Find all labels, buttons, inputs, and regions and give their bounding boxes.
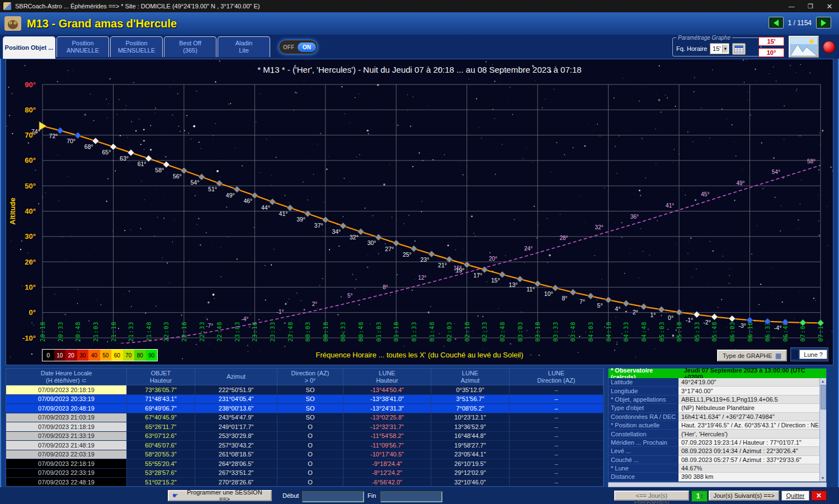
svg-text:61°: 61° (138, 161, 147, 167)
tab-position-annuelle[interactable]: PositionANNUELLE (56, 36, 109, 57)
next-days-button[interactable]: Jour(s) Suivant(s) ==> (709, 491, 779, 501)
fin-input[interactable] (380, 491, 442, 502)
graph-on-off-toggle[interactable]: OFF ON (279, 40, 318, 54)
quit-close-icon[interactable]: ✕ (811, 491, 827, 501)
svg-text:03:03: 03:03 (517, 321, 524, 342)
column-header[interactable]: LUNEHauteur (343, 369, 431, 385)
table-row[interactable]: 07/09/2023 22:03:1958°20'55.3"261°08'18.… (6, 450, 604, 460)
record-alert-icon[interactable] (823, 41, 835, 53)
scroll-up-icon[interactable]: ▲ (820, 378, 826, 384)
svg-text:03:48: 03:48 (569, 321, 576, 342)
svg-text:72°: 72° (49, 133, 58, 139)
svg-text:04:03: 04:03 (587, 321, 594, 342)
svg-text:2°: 2° (633, 309, 638, 315)
svg-text:34°: 34° (332, 228, 341, 235)
maximize-button[interactable]: ❐ (801, 0, 820, 12)
fq-horaire-select[interactable]: 15'▾ (710, 43, 729, 54)
table-row[interactable]: 07/09/2023 20:18:1973°36'05.7"222°50'51.… (6, 385, 604, 395)
column-header[interactable]: Azimut (195, 369, 277, 385)
program-session-button[interactable]: ☛ Programmer une SESSION ==> (168, 490, 272, 501)
lune-control: Lune ? (790, 347, 828, 361)
svg-text:50°: 50° (25, 182, 36, 190)
svg-text:22:33: 22:33 (199, 321, 205, 342)
svg-text:5°: 5° (597, 302, 603, 309)
svg-text:20°: 20° (489, 256, 497, 262)
lune-button[interactable]: Lune ? (799, 350, 827, 359)
observatory-body: Latitude49°24'19.00"Longitude3°17'40.00"… (609, 378, 826, 482)
svg-text:56°: 56° (173, 173, 182, 180)
prev-object-button[interactable] (769, 17, 784, 29)
table-row[interactable]: 07/09/2023 22:48:1951°02'15.2"270°28'26.… (6, 478, 604, 487)
svg-text:-1°: -1° (277, 309, 284, 315)
previous-days-button[interactable]: <== Jour(s) Précédent(s) (614, 491, 689, 501)
svg-text:04:33: 04:33 (623, 321, 629, 342)
interval-10deg-button[interactable]: 10° (758, 48, 784, 57)
svg-text:03:33: 03:33 (552, 321, 559, 342)
column-header[interactable]: LUNEDirection (AZ) (510, 369, 604, 385)
observatory-row: Constellation('Her', 'Hercules') (609, 430, 826, 438)
minimize-button[interactable]: — (782, 0, 801, 12)
table-row[interactable]: 07/09/2023 21:48:1960°45'07.6"257°30'43.… (6, 441, 604, 450)
tab-position-mensuelle[interactable]: PositionMENSUELLE (110, 36, 163, 57)
svg-text:2°: 2° (312, 301, 318, 307)
table-row[interactable]: 07/09/2023 20:33:1971°48'43.1"231°04'05.… (6, 395, 604, 404)
next-object-button[interactable] (816, 17, 831, 29)
table-row[interactable]: 07/09/2023 21:03:1967°40'45.9"243°54'47.… (6, 413, 604, 423)
svg-text:04:18: 04:18 (605, 321, 612, 342)
svg-text:44°: 44° (261, 204, 270, 211)
spinner-arrows-icon[interactable]: ▴▾ (701, 493, 703, 499)
svg-text:21:03: 21:03 (92, 321, 99, 342)
sky-image-button[interactable] (789, 36, 819, 58)
table-row[interactable]: 07/09/2023 21:33:1963°07'12.6"253°30'29.… (6, 432, 604, 441)
table-row[interactable]: 07/09/2023 22:18:1955°55'20.4"264°28'06.… (6, 459, 604, 469)
column-header[interactable]: Date Heure Locale(H été/hiver) ⊂ (6, 369, 127, 385)
svg-text:19°: 19° (456, 267, 465, 274)
app-icon (3, 2, 11, 10)
quitter-button[interactable]: Quitter (781, 491, 809, 501)
observatory-row: * Lune44.67% (609, 464, 826, 473)
svg-text:49°: 49° (737, 180, 745, 186)
svg-text:4°: 4° (615, 305, 620, 312)
svg-text:49°: 49° (226, 192, 235, 199)
day-count-stepper[interactable]: 1▴▾ (691, 491, 708, 502)
column-header[interactable]: Direction (AZ)> 0° (277, 369, 343, 385)
table-row[interactable]: 07/09/2023 22:33:1953°28'57.6"267°33'51.… (6, 469, 604, 478)
tab-aladin-lite[interactable]: AladinLite (218, 36, 270, 57)
svg-text:24°: 24° (524, 246, 532, 252)
observatory-scrollbar[interactable]: ▲ ▼ (819, 378, 826, 481)
svg-text:0°: 0° (668, 314, 673, 321)
observatory-panel: * Observatoire (calculs) Jeudi 07 Septem… (608, 368, 827, 482)
type-de-graphe-button[interactable]: Type de GRAPHE▦ (717, 350, 787, 361)
calendar-button[interactable] (732, 43, 746, 55)
observatory-row: Coordonnées RA / DEC16h41'41.634" / +36°… (609, 413, 826, 421)
svg-text:20:33: 20:33 (57, 321, 64, 342)
svg-text:54°: 54° (772, 169, 780, 175)
svg-text:10°: 10° (544, 290, 553, 297)
svg-text:25°: 25° (403, 251, 412, 258)
column-header[interactable]: OBJETHauteur (127, 369, 195, 385)
observatory-row: Longitude3°17'40.00" (609, 387, 826, 395)
svg-text:00:33: 00:33 (340, 321, 346, 342)
debut-input[interactable] (302, 491, 364, 502)
toggle-on-label: ON (298, 43, 316, 52)
scroll-down-icon[interactable]: ▼ (820, 475, 826, 481)
observatory-row: Distance390 388 km (609, 473, 826, 481)
table-row[interactable]: 07/09/2023 21:18:1965°26'11.7"249°01'17.… (6, 422, 604, 432)
column-header[interactable]: LUNEAzimut (431, 369, 510, 385)
observatory-hscrollbar[interactable] (608, 482, 827, 487)
svg-text:02:18: 02:18 (464, 321, 470, 342)
window-titlebar: SBRCoach-Astro ... Éphémérides ==> * Sit… (0, 0, 839, 12)
interval-15min-button[interactable]: 15' (758, 37, 784, 46)
svg-text:23:33: 23:33 (269, 321, 276, 342)
svg-text:05:18: 05:18 (676, 321, 682, 342)
svg-text:-4°: -4° (241, 316, 248, 322)
svg-text:21:48: 21:48 (145, 321, 152, 342)
close-icon[interactable]: ✕ (820, 0, 839, 12)
tab-best-off-365[interactable]: Best Off(365) (164, 36, 216, 57)
app-logo-icon (4, 16, 21, 31)
scrollbar-thumb[interactable] (821, 385, 826, 409)
page-header: M13 - Grand amas d'Hercule 1 / 1154 (0, 12, 839, 35)
tab-position-objet[interactable]: Position Objet ... (3, 36, 55, 59)
table-row[interactable]: 07/09/2023 20:48:1969°49'06.7"238°00'13.… (6, 404, 604, 413)
svg-text:27°: 27° (385, 246, 394, 252)
